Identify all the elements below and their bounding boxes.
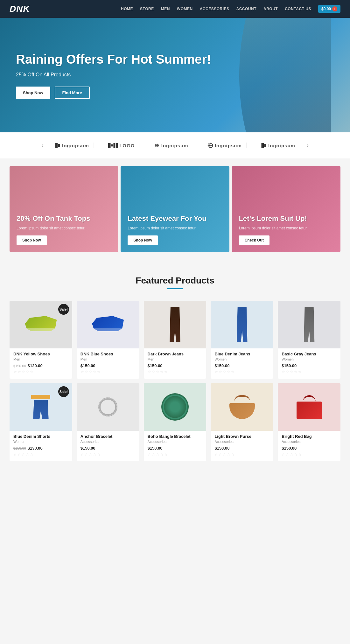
hero-subtitle: 25% Off On All Products (16, 72, 211, 78)
svg-rect-5 (116, 143, 118, 148)
hero-buttons: Shop Now Find More (16, 87, 211, 99)
product-stars: ☆ ☆ ☆ ☆ ☆ (13, 452, 68, 457)
category-card-tanktops: 20% Off On Tank Tops Lorem ipsum dolor s… (10, 166, 118, 252)
cart-badge: 1 (332, 6, 337, 11)
product-image (144, 301, 206, 348)
nav-women[interactable]: WOMEN (177, 7, 193, 11)
product-card[interactable]: Light Brown Purse Accessories $150.00 ☆ … (211, 383, 273, 461)
svg-rect-4 (114, 143, 116, 148)
product-info: DNK Blue Shoes Men $150.00 ☆ ☆ ☆ ☆ ☆ (77, 348, 139, 374)
product-image (77, 383, 139, 431)
brands-prev[interactable]: ‹ (38, 141, 47, 150)
brand-logos: logoipsum LOGO logoipsum logoipsum logoi… (47, 143, 303, 148)
product-card[interactable]: Sale! DNK Yellow Shoes Men $150.00$120.0… (10, 301, 72, 379)
product-pricing: $150.00 (214, 445, 270, 451)
cat-title-2: Latest Eyewear For You (128, 214, 222, 223)
nav-men[interactable]: MEN (161, 7, 170, 11)
product-stars: ☆ ☆ ☆ ☆ ☆ (148, 452, 203, 457)
hero-section: Raining Offers For Hot Summer! 25% Off O… (0, 18, 350, 132)
brands-next[interactable]: › (303, 141, 312, 150)
hero-title: Raining Offers For Hot Summer! (16, 52, 211, 67)
product-price: $150.00 (214, 363, 229, 368)
product-pricing: $150.00$130.00 (13, 445, 68, 451)
cat-desc-2: Lorem ipsum dolor sit amet consec tetur. (128, 226, 222, 230)
product-category: Women (214, 357, 270, 361)
products-grid: Sale! DNK Yellow Shoes Men $150.00$120.0… (10, 301, 340, 461)
product-info: Bright Red Bag Accessories $150.00 ☆ ☆ ☆… (278, 431, 340, 457)
product-pricing: $150.00 (148, 363, 203, 368)
cart-button[interactable]: $0.00 1 (318, 5, 340, 13)
product-stars: ☆ ☆ ☆ ☆ ☆ (80, 452, 136, 457)
product-info: Light Brown Purse Accessories $150.00 ☆ … (211, 431, 273, 457)
product-card[interactable]: Boho Bangle Bracelet Accessories $150.00… (144, 383, 206, 461)
brand-logo-2: LOGO (104, 143, 139, 148)
cat-btn-3[interactable]: Check Out (239, 235, 270, 245)
product-name: Dark Brown Jeans (148, 352, 203, 356)
product-category: Accessories (214, 440, 270, 444)
find-more-button[interactable]: Find More (55, 87, 90, 99)
svg-rect-3 (111, 144, 113, 147)
product-price: $130.00 (28, 446, 43, 451)
product-pricing: $150.00$120.00 (13, 363, 68, 368)
brand-icon-2 (108, 143, 118, 148)
product-stars: ☆ ☆ ☆ ☆ ☆ (148, 370, 203, 374)
product-category: Men (148, 357, 203, 361)
brand-logo-5: logoipsum (256, 143, 300, 148)
product-price: $150.00 (80, 446, 95, 451)
product-price: $150.00 (80, 363, 95, 368)
product-price: $150.00 (282, 446, 297, 451)
product-card[interactable]: Dark Brown Jeans Men $150.00 ☆ ☆ ☆ ☆ ☆ (144, 301, 206, 379)
cat-title-1: 20% Off On Tank Tops (17, 214, 111, 223)
product-price: $150.00 (214, 446, 229, 451)
nav-home[interactable]: HOME (121, 7, 133, 11)
product-stars: ☆ ☆ ☆ ☆ ☆ (13, 370, 68, 374)
product-stars: ☆ ☆ ☆ ☆ ☆ (214, 452, 270, 457)
brands-inner: ‹ logoipsum LOGO logoipsum logoipsum log… (38, 141, 312, 150)
product-info: DNK Yellow Shoes Men $150.00$120.00 ☆ ☆ … (10, 348, 72, 374)
product-info: Anchor Bracelet Accessories $150.00 ☆ ☆ … (77, 431, 139, 457)
product-card[interactable]: Blue Denim Jeans Women $150.00 ☆ ☆ ☆ ☆ ☆ (211, 301, 273, 379)
product-info: Boho Bangle Bracelet Accessories $150.00… (144, 431, 206, 457)
svg-rect-0 (55, 143, 58, 148)
product-pricing: $150.00 (80, 363, 136, 368)
nav-store[interactable]: STORE (140, 7, 154, 11)
category-card-eyewear: Latest Eyewear For You Lorem ipsum dolor… (121, 166, 229, 252)
product-card[interactable]: Basic Gray Jeans Women $150.00 ☆ ☆ ☆ ☆ ☆ (278, 301, 340, 379)
categories-section: 20% Off On Tank Tops Lorem ipsum dolor s… (0, 158, 350, 260)
nav-accessories[interactable]: ACCESSORIES (200, 7, 229, 11)
brands-section: ‹ logoipsum LOGO logoipsum logoipsum log… (0, 132, 350, 158)
category-card-suit: Let's Lorem Suit Up! Lorem ipsum dolor s… (232, 166, 340, 252)
product-pricing: $150.00 (282, 363, 337, 368)
product-image (278, 301, 340, 348)
nav-account[interactable]: ACCOUNT (236, 7, 257, 11)
product-card[interactable]: Anchor Bracelet Accessories $150.00 ☆ ☆ … (77, 383, 139, 461)
product-name: Boho Bangle Bracelet (148, 434, 203, 439)
product-name: DNK Blue Shoes (80, 352, 136, 356)
product-pricing: $150.00 (214, 363, 270, 368)
nav-contact[interactable]: CONTACT US (285, 7, 311, 11)
product-card[interactable]: DNK Blue Shoes Men $150.00 ☆ ☆ ☆ ☆ ☆ (77, 301, 139, 379)
logo: DNK (10, 4, 30, 14)
product-image (77, 301, 139, 348)
sale-badge: Sale! (58, 386, 69, 397)
brand-icon-5 (261, 143, 267, 148)
product-image (144, 383, 206, 431)
cat-btn-2[interactable]: Shop Now (128, 235, 158, 245)
product-image (278, 383, 340, 431)
product-info: Blue Denim Jeans Women $150.00 ☆ ☆ ☆ ☆ ☆ (211, 348, 273, 374)
brand-logo-1: logoipsum (50, 143, 94, 148)
product-category: Accessories (282, 440, 337, 444)
product-name: Basic Gray Jeans (282, 352, 337, 356)
product-category: Women (282, 357, 337, 361)
svg-rect-1 (58, 144, 60, 147)
product-card[interactable]: Sale! Blue Denim Shorts Women $150.00$13… (10, 383, 72, 461)
cat-btn-1[interactable]: Shop Now (17, 235, 47, 245)
svg-rect-8 (262, 143, 264, 148)
product-image (211, 301, 273, 348)
product-category: Accessories (80, 440, 136, 444)
product-name: DNK Yellow Shoes (13, 352, 68, 356)
product-card[interactable]: Bright Red Bag Accessories $150.00 ☆ ☆ ☆… (278, 383, 340, 461)
shop-now-button[interactable]: Shop Now (16, 87, 50, 99)
product-price: $150.00 (148, 446, 163, 451)
nav-about[interactable]: ABOUT (263, 7, 278, 11)
